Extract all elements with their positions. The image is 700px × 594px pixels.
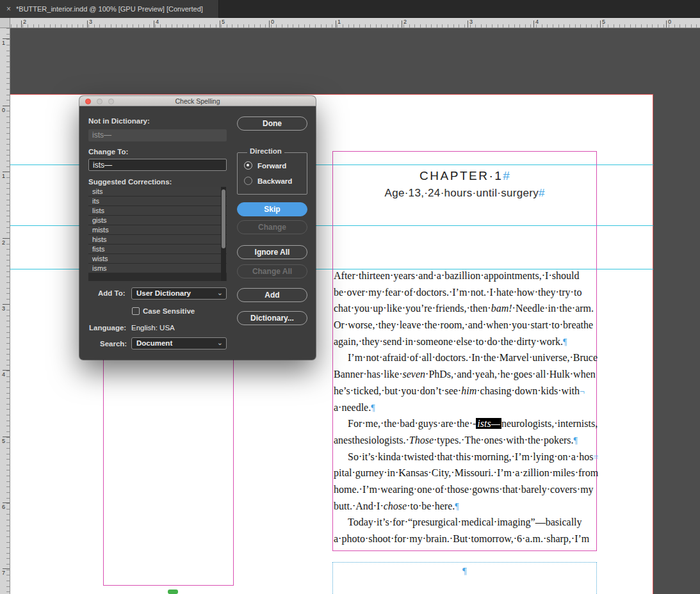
direction-group-label: Direction [247, 147, 284, 155]
suggestion-item[interactable]: wists [88, 254, 227, 264]
body-text-line: he’s·ticked,·but·you·don’t·see·him·chasi… [334, 383, 598, 399]
bleed-guide-right [653, 94, 653, 594]
body-text-line: again,·they·send·in·someone·else·to·do·t… [334, 333, 598, 350]
vertical-ruler[interactable]: 101234567 [0, 28, 10, 594]
suggestions-scrollbar[interactable] [221, 187, 226, 281]
search-select[interactable]: Document⌄ [131, 337, 227, 349]
suggestion-item[interactable]: lists [88, 206, 227, 216]
body-text-line: So·it’s·kinda·twisted·that·this·morning,… [334, 449, 598, 465]
skip-button[interactable]: Skip [237, 202, 307, 216]
language-value: English: USA [131, 324, 175, 332]
chapter-heading[interactable]: CHAPTER·1# Age·13,·24·hours·until·surger… [332, 169, 597, 200]
dictionary-button[interactable]: Dictionary... [237, 311, 307, 325]
ruler-origin-corner[interactable] [0, 18, 10, 28]
chevron-down-icon: ⌄ [217, 337, 223, 348]
document-tab-title: *BUTTER_interior.indd @ 100% [GPU Previe… [16, 5, 203, 13]
check-spelling-dialog[interactable]: Check Spelling Not in Dictionary: ists— … [79, 96, 316, 360]
suggestion-item[interactable]: its [88, 197, 227, 206]
body-text-line: butt.·And·I·chose·to·be·here.¶ [334, 498, 598, 515]
body-text-line: After·thirteen·years·and·a·bazillion·app… [334, 268, 598, 284]
case-sensitive-checkbox[interactable] [132, 307, 140, 315]
scrollbar-thumb[interactable] [222, 189, 225, 248]
change-to-label: Change To: [88, 148, 128, 156]
body-text-frame-content[interactable]: After·thirteen·years·and·a·bazillion·app… [334, 268, 598, 547]
body-text-line: a·photo·shoot·for·my·brain.·But·tomorrow… [334, 531, 598, 547]
change-to-input[interactable]: ists— [88, 159, 227, 171]
footer-pilcrow-marker: ¶ [332, 566, 597, 577]
document-tab[interactable]: × *BUTTER_interior.indd @ 100% [GPU Prev… [0, 0, 219, 18]
suggestion-item[interactable]: fists [88, 245, 227, 254]
chapter-subtitle: Age·13,·24·hours·until·surgery# [332, 187, 597, 200]
forward-radio[interactable] [244, 161, 252, 170]
not-in-dictionary-label: Not in Dictionary: [88, 117, 150, 125]
document-tab-bar: × *BUTTER_interior.indd @ 100% [GPU Prev… [0, 0, 700, 18]
body-text-line: Today·it’s·for·“presurgical·medical·imag… [334, 514, 598, 531]
done-button[interactable]: Done [237, 116, 307, 131]
language-label: Language: [89, 324, 126, 332]
indesign-window: × *BUTTER_interior.indd @ 100% [GPU Prev… [0, 0, 700, 594]
suggested-corrections-label: Suggested Corrections: [88, 178, 172, 186]
change-all-button[interactable]: Change All [237, 264, 307, 278]
preflight-indicator [168, 590, 178, 594]
backward-radio[interactable] [244, 177, 252, 185]
body-text-line: I’m·not·afraid·of·all·doctors.·In·the·Ma… [334, 349, 598, 366]
forward-radio-label: Forward [257, 162, 286, 170]
suggestion-item[interactable]: hists [88, 235, 227, 245]
body-text-line: be·over·my·fear·of·doctors.·I’m·not.·I·h… [334, 284, 598, 301]
backward-radio-label: Backward [257, 177, 292, 185]
body-text-line: pital·gurney·in·Kansas·City,·Missouri.·I… [334, 465, 598, 481]
horizontal-ruler[interactable]: 23450123450 [0, 18, 700, 28]
suggestion-item[interactable]: gists [88, 216, 227, 225]
bleed-guide-top [10, 94, 653, 95]
body-text-line: a·needle.¶ [334, 399, 598, 416]
add-to-label: Add To: [98, 289, 126, 297]
close-tab-icon[interactable]: × [6, 5, 11, 13]
chapter-title: CHAPTER·1# [332, 169, 597, 183]
search-label: Search: [100, 340, 127, 348]
body-text-line: anesthesiologists.·Those·types.·The·ones… [334, 432, 598, 449]
body-text-line: For·me,·the·bad·guys·are·the·-ists—neuro… [334, 415, 598, 432]
end-of-story-marker: # [503, 169, 510, 182]
suggested-corrections-list[interactable]: sitsitslistsgistsmistshistsfistswistsism… [88, 187, 227, 281]
end-of-story-marker: # [539, 187, 544, 199]
body-text-line: Banner·has·like·seven·PhDs,·and·yeah,·he… [334, 366, 598, 383]
add-to-select[interactable]: User Dictionary⌄ [131, 287, 227, 300]
body-text-line: Or·worse,·they·leave·the·room,·and·when·… [334, 317, 598, 333]
body-text-line: chat·you·up·like·you’re·friends,·then·ba… [334, 300, 598, 317]
suggestion-item[interactable]: sits [88, 187, 227, 197]
chevron-down-icon: ⌄ [217, 287, 223, 298]
body-text-line: home.·I’m·wearing·one·of·those·gowns·tha… [334, 481, 598, 498]
dialog-titlebar[interactable]: Check Spelling [79, 96, 316, 106]
not-in-dictionary-field: ists— [88, 129, 227, 141]
suggestion-item[interactable]: mists [88, 225, 227, 235]
ignore-all-button[interactable]: Ignore All [237, 245, 307, 259]
case-sensitive-label: Case Sensitive [143, 307, 195, 315]
direction-group: Forward Backward [237, 152, 307, 195]
change-button[interactable]: Change [237, 220, 307, 234]
suggestion-item[interactable]: isms [88, 264, 227, 273]
add-button[interactable]: Add [237, 288, 307, 302]
dialog-title: Check Spelling [79, 97, 316, 105]
